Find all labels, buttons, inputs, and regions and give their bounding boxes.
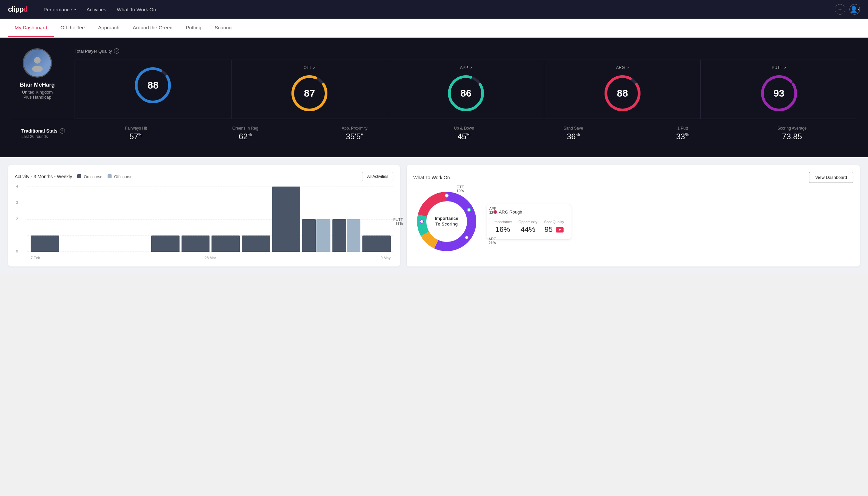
- chevron-down-icon: ▾: [74, 7, 76, 11]
- importance-metric: Importance 16%: [494, 220, 512, 234]
- add-button[interactable]: +: [835, 4, 845, 15]
- app-quality-circle: APP ↗ 86: [388, 60, 545, 119]
- tab-off-the-tee[interactable]: Off the Tee: [54, 19, 92, 37]
- ott-quality-circle: OTT ↗ 87: [232, 60, 388, 119]
- bar-group-12: [362, 235, 391, 252]
- off-course-legend-dot: [108, 174, 112, 178]
- on-course-legend-dot: [77, 174, 81, 178]
- help-icon[interactable]: ?: [114, 48, 119, 53]
- ott-label: OTT ↗: [303, 65, 315, 70]
- ott-score: 87: [304, 88, 315, 99]
- putt-score: 93: [773, 88, 784, 99]
- on-course-bar: [242, 235, 270, 252]
- bars-container: [28, 187, 393, 252]
- player-info: Blair McHarg United Kingdom Plus Handica…: [11, 48, 64, 99]
- arrow-up-icon: ↗: [469, 66, 472, 69]
- putt-quality-circle: PUTT ↗ 93: [701, 60, 857, 119]
- bar-group-11: [332, 219, 361, 252]
- x-axis-labels: 7 Feb 28 Mar 9 May: [28, 256, 393, 260]
- activity-card-title: Activity - 3 Months - Weekly: [15, 174, 72, 179]
- stat-fairways-hit: Fairways Hit 57%: [81, 126, 190, 141]
- logo[interactable]: clippd: [8, 5, 28, 14]
- x-label-feb: 7 Feb: [31, 256, 40, 260]
- tab-scoring[interactable]: Scoring: [208, 19, 238, 37]
- svg-point-1: [32, 66, 43, 72]
- svg-point-17: [445, 194, 448, 197]
- on-course-bar: [362, 235, 391, 252]
- nav-what-to-work-on[interactable]: What To Work On: [117, 1, 156, 18]
- arrow-up-icon: ↗: [626, 66, 629, 69]
- tab-around-the-green[interactable]: Around the Green: [126, 19, 179, 37]
- bar-group-7: [211, 235, 240, 252]
- putt-label: PUTT ↗: [772, 65, 786, 70]
- stat-up-and-down: Up & Down 45%: [409, 126, 519, 141]
- opportunity-metric: Opportunity 44%: [519, 220, 538, 234]
- quality-title: Total Player Quality ?: [75, 48, 857, 53]
- app-score: 86: [460, 88, 471, 99]
- chart-legend: On course Off course: [77, 174, 132, 179]
- arg-score: 88: [617, 88, 628, 99]
- help-icon[interactable]: ?: [60, 128, 65, 134]
- svg-point-0: [34, 57, 41, 64]
- nav-right-actions: + 👤 ▾: [835, 4, 860, 15]
- main-content: Activity - 3 Months - Weekly On course O…: [0, 157, 868, 275]
- bar-group-6: [182, 235, 210, 252]
- on-course-bar: [31, 235, 59, 252]
- nav-performance[interactable]: Performance ▾: [44, 1, 76, 18]
- stat-sand-save: Sand Save 36%: [519, 126, 628, 141]
- total-score: 88: [147, 80, 159, 91]
- bar-group-10: [302, 219, 330, 252]
- bar-group-9: [272, 187, 300, 252]
- quality-section: Total Player Quality ? 88: [75, 48, 857, 119]
- donut-center-text: Importance To Scoring: [435, 216, 458, 227]
- tab-bar: My Dashboard Off the Tee Approach Around…: [0, 19, 868, 37]
- stat-app-proximity: App. Proximity 35'5": [300, 126, 409, 141]
- arrow-up-icon: ↗: [313, 66, 315, 69]
- total-quality-circle: 88: [75, 60, 232, 119]
- x-label-may: 9 May: [381, 256, 391, 260]
- ott-donut-label: OTT 10%: [457, 185, 464, 193]
- tab-my-dashboard[interactable]: My Dashboard: [8, 19, 54, 37]
- bar-chart: 4 3 2 1 0 7 Feb 28 Mar 9 May: [15, 187, 393, 260]
- user-profile-button[interactable]: 👤 ▾: [849, 4, 860, 15]
- arg-quality-circle: ARG ↗ 88: [544, 60, 701, 119]
- tab-putting[interactable]: Putting: [179, 19, 208, 37]
- donut-wrapper: OTT 10% APP 12% ARG 21% PUTT 57%: [413, 188, 480, 255]
- donut-chart: Importance To Scoring: [413, 188, 480, 255]
- player-country: United Kingdom: [22, 90, 53, 95]
- stats-period: Last 20 rounds: [21, 134, 81, 139]
- stat-greens-in-reg: Greens In Reg 62%: [190, 126, 300, 141]
- quality-circles: 88 OTT ↗ 87: [75, 60, 857, 119]
- app-label: APP ↗: [460, 65, 472, 70]
- avatar: [23, 48, 52, 78]
- nav-activities[interactable]: Activities: [86, 1, 106, 18]
- on-course-bar: [211, 235, 240, 252]
- putt-donut-label: PUTT 57%: [393, 218, 403, 226]
- info-card-title-text: ARG Rough: [499, 210, 522, 215]
- on-course-bar: [302, 219, 316, 252]
- on-course-bar: [151, 235, 179, 252]
- what-to-work-on-card: What To Work On View Dashboard OTT 10% A…: [407, 165, 860, 266]
- work-on-content: OTT 10% APP 12% ARG 21% PUTT 57%: [413, 188, 853, 255]
- stats-label: Traditional Stats ?: [21, 128, 81, 134]
- stat-1-putt: 1 Putt 33%: [628, 126, 737, 141]
- svg-point-20: [420, 220, 423, 223]
- arg-rough-info-card: ARG Rough Importance 16% Opportunity 44%…: [487, 204, 571, 239]
- top-navigation: clippd Performance ▾ Activities What To …: [0, 0, 868, 19]
- arrow-up-icon: ↗: [784, 66, 786, 69]
- stat-scoring-average: Scoring Average 73.85: [738, 126, 847, 141]
- view-dashboard-button[interactable]: View Dashboard: [809, 172, 853, 183]
- arg-donut-label: ARG 21%: [489, 237, 496, 245]
- down-badge: ▼: [556, 227, 564, 233]
- svg-point-19: [465, 236, 468, 239]
- bar-group-5: [151, 235, 179, 252]
- all-activities-button[interactable]: All Activities: [362, 172, 393, 181]
- hero-section: Blair McHarg United Kingdom Plus Handica…: [0, 37, 868, 157]
- activity-card: Activity - 3 Months - Weekly On course O…: [8, 165, 400, 266]
- off-course-bar: [316, 219, 330, 252]
- stats-bar: Traditional Stats ? Last 20 rounds Fairw…: [11, 119, 857, 148]
- tab-approach[interactable]: Approach: [91, 19, 126, 37]
- bar-group-8: [242, 235, 270, 252]
- off-course-bar: [347, 219, 360, 252]
- work-on-title: What To Work On: [413, 175, 450, 180]
